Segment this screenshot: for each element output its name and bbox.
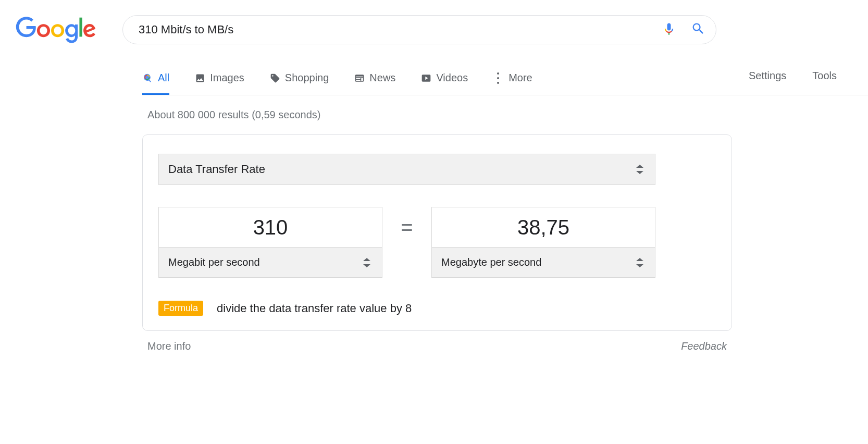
more-info-link[interactable]: More info xyxy=(147,340,191,352)
converter-output-value[interactable] xyxy=(431,207,655,248)
search-box[interactable] xyxy=(122,15,716,44)
tab-images-label: Images xyxy=(210,72,244,84)
equals-sign: = xyxy=(382,216,431,269)
microphone-icon[interactable] xyxy=(662,21,676,38)
tab-news-label: News xyxy=(369,72,395,84)
tab-more-label: More xyxy=(509,72,532,84)
formula-badge: Formula xyxy=(158,301,203,316)
tab-shopping[interactable]: Shopping xyxy=(269,66,329,95)
result-stats: About 800 000 results (0,59 seconds) xyxy=(147,109,868,121)
tab-all-label: All xyxy=(158,72,169,84)
converter-input-value[interactable] xyxy=(158,207,382,248)
search-icon[interactable] xyxy=(691,21,705,38)
tab-videos[interactable]: Videos xyxy=(420,66,468,95)
chevron-updown-icon xyxy=(363,258,370,267)
tab-shopping-label: Shopping xyxy=(285,72,329,84)
converter-category-label: Data Transfer Rate xyxy=(168,163,265,176)
converter-output-unit-label: Megabyte per second xyxy=(441,256,541,268)
converter-output-unit-select[interactable]: Megabyte per second xyxy=(431,248,655,278)
search-input[interactable] xyxy=(139,23,662,36)
converter-input-unit-label: Megabit per second xyxy=(168,256,260,268)
tab-more[interactable]: More xyxy=(493,66,532,95)
shopping-icon xyxy=(269,72,281,84)
chevron-updown-icon xyxy=(636,165,643,174)
tools-link[interactable]: Tools xyxy=(812,70,837,82)
settings-link[interactable]: Settings xyxy=(749,70,786,82)
formula-text: divide the data transfer rate value by 8 xyxy=(217,302,412,315)
more-dots-icon xyxy=(493,72,504,84)
converter-input-unit-select[interactable]: Megabit per second xyxy=(158,248,382,278)
tab-videos-label: Videos xyxy=(436,72,468,84)
converter-category-select[interactable]: Data Transfer Rate xyxy=(158,154,655,185)
feedback-link[interactable]: Feedback xyxy=(681,340,727,352)
search-small-icon xyxy=(142,72,154,84)
tab-images[interactable]: Images xyxy=(194,66,244,95)
images-icon xyxy=(194,72,206,84)
news-icon xyxy=(354,72,365,84)
chevron-updown-icon xyxy=(636,258,643,267)
google-logo[interactable] xyxy=(16,14,96,46)
tab-all[interactable]: All xyxy=(142,66,169,95)
videos-icon xyxy=(420,72,432,84)
tab-news[interactable]: News xyxy=(354,66,395,95)
unit-converter-card: Data Transfer Rate Megabit per second = … xyxy=(142,134,732,331)
